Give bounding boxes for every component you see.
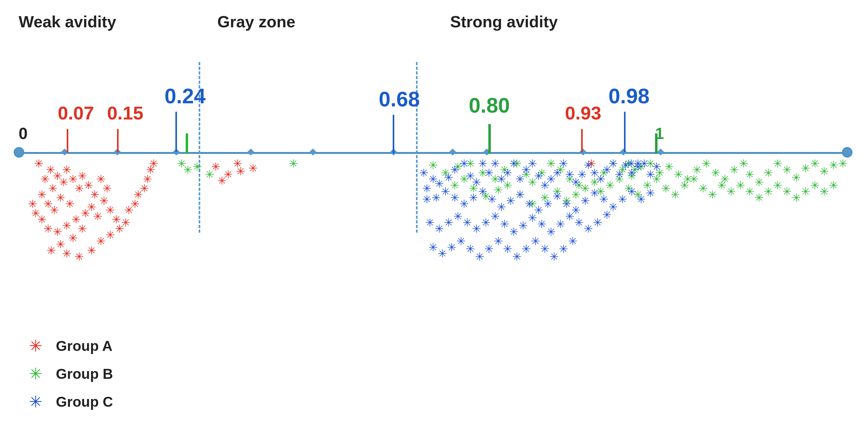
legend-label-b: Group B: [56, 366, 113, 382]
strong-avidity-label: Strong avidity: [450, 12, 558, 31]
star-c: ✳: [550, 251, 559, 263]
star-b: ✳: [819, 166, 829, 177]
star-b: ✳: [730, 164, 739, 176]
star-a: ✳: [37, 189, 46, 200]
star-b: ✳: [680, 180, 689, 191]
star-a: ✳: [78, 224, 87, 235]
star-b: ✳: [606, 180, 615, 191]
star-c: ✳: [590, 188, 599, 199]
label-0-24: 0.24: [164, 84, 206, 108]
star-c: ✳: [466, 243, 475, 255]
star-c: ✳: [519, 220, 528, 231]
star-c: ✳: [456, 236, 466, 247]
star-a: ✳: [46, 245, 56, 256]
star-b: ✳: [810, 180, 819, 191]
star-b: ✳: [664, 161, 674, 172]
star-c: ✳: [484, 243, 494, 255]
legend: ✳ Group A ✳ Group B ✳ Group C: [25, 337, 113, 420]
star-c: ✳: [509, 158, 519, 169]
legend-label-c: Group C: [56, 394, 113, 410]
star-b: ✳: [754, 192, 764, 204]
star-c: ✳: [556, 219, 565, 230]
weak-avidity-label: Weak avidity: [19, 12, 116, 31]
star-b: ✳: [745, 186, 754, 197]
label-0-68: 0.68: [379, 87, 420, 111]
star-a: ✳: [34, 158, 43, 169]
green-marker-024: [186, 133, 188, 154]
star-c: ✳: [491, 211, 500, 222]
star-c: ✳: [568, 236, 578, 247]
star-c: ✳: [441, 186, 450, 197]
star-a: ✳: [53, 227, 62, 238]
legend-item-c: ✳ Group C: [25, 393, 113, 411]
label-0-93: 0.93: [565, 102, 601, 124]
star-c: ✳: [487, 194, 497, 205]
marker-0-24: [176, 112, 177, 152]
star-c: ✳: [460, 199, 469, 210]
marker-0-93: [581, 129, 583, 152]
star-b: ✳: [661, 183, 671, 194]
star-c: ✳: [422, 183, 432, 194]
star-a: ✳: [59, 177, 68, 188]
marker-0-07: [67, 129, 68, 152]
star-a: ✳: [62, 248, 71, 259]
star-b: ✳: [782, 164, 792, 176]
tick-9: [620, 148, 627, 156]
label-0-07: 0.07: [58, 102, 94, 124]
star-c: ✳: [512, 251, 522, 263]
marker-1: [655, 133, 657, 154]
star-c: ✳: [475, 251, 484, 263]
gray-zone-label: Gray zone: [217, 12, 295, 31]
legend-star-a: ✳: [25, 337, 46, 355]
marker-0-80: [488, 124, 491, 154]
marker-0-68: [393, 115, 394, 154]
star-c: ✳: [565, 211, 574, 222]
star-c: ✳: [522, 243, 531, 255]
star-c: ✳: [481, 217, 491, 228]
star-b: ✳: [674, 169, 683, 180]
star-c: ✳: [559, 243, 568, 255]
star-c: ✳: [450, 164, 460, 176]
star-b: ✳: [581, 183, 590, 194]
star-c: ✳: [435, 224, 444, 235]
star-a: ✳: [28, 199, 37, 210]
star-b: ✳: [782, 186, 792, 197]
star-c: ✳: [618, 194, 627, 205]
star-c: ✳: [444, 217, 453, 228]
star-c: ✳: [447, 242, 456, 253]
star-c: ✳: [537, 219, 547, 230]
star-c: ✳: [646, 188, 655, 199]
chart-container: Weak avidity Gray zone Strong avidity 0 …: [0, 0, 868, 439]
star-a: ✳: [65, 199, 74, 210]
star-a: ✳: [217, 175, 227, 187]
star-c: ✳: [609, 158, 618, 169]
star-a: ✳: [74, 183, 84, 194]
star-a: ✳: [81, 208, 90, 219]
star-b: ✳: [205, 169, 214, 180]
label-0-98: 0.98: [609, 84, 649, 108]
star-b: ✳: [801, 163, 810, 174]
star-b: ✳: [764, 186, 773, 197]
star-a: ✳: [102, 183, 112, 194]
star-b: ✳: [754, 177, 764, 188]
star-b: ✳: [801, 186, 810, 197]
star-b: ✳: [764, 168, 773, 179]
star-c: ✳: [562, 199, 571, 210]
star-c: ✳: [515, 189, 525, 200]
star-c: ✳: [581, 196, 590, 207]
star-c: ✳: [528, 158, 537, 169]
star-a: ✳: [248, 163, 258, 174]
star-c: ✳: [525, 199, 534, 210]
star-c: ✳: [478, 186, 487, 197]
star-c: ✳: [494, 236, 503, 247]
star-b: ✳: [289, 158, 298, 169]
star-c: ✳: [543, 199, 553, 210]
star-a: ✳: [105, 230, 115, 241]
star-c: ✳: [472, 224, 481, 235]
star-b: ✳: [792, 192, 801, 204]
star-b: ✳: [711, 168, 720, 179]
star-b: ✳: [819, 186, 829, 197]
star-c: ✳: [540, 243, 550, 255]
axis-line: [19, 152, 850, 154]
star-c: ✳: [419, 168, 428, 179]
